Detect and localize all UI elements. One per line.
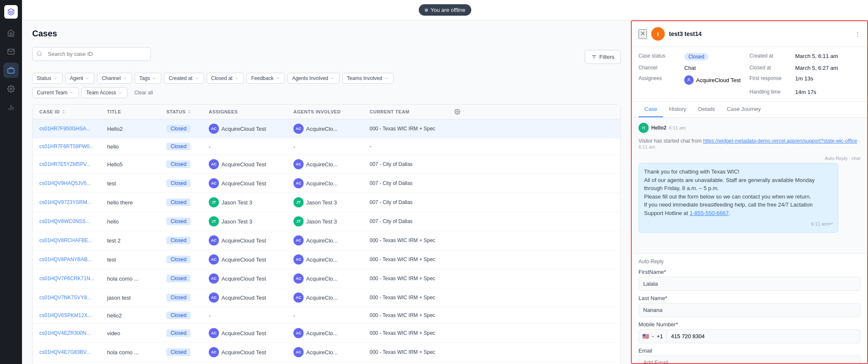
phone-link[interactable]: 1-855-550-6667 <box>690 210 729 216</box>
svg-point-13 <box>688 78 690 80</box>
phone-flag[interactable]: 🇺🇸 +1 <box>639 330 667 343</box>
email-group: Email <box>639 347 860 363</box>
cell-case-id: cs01HR7F6RT59PW0... <box>39 143 107 149</box>
cell-team: 000 - Texas WIC IRM + Spec <box>370 276 454 281</box>
table-row[interactable]: cs01HR7E5YZM5PV... Hello5 Closed ACAcqui… <box>33 155 620 174</box>
cell-status: Closed <box>166 160 209 168</box>
cell-status: Closed <box>166 179 209 187</box>
search-input[interactable] <box>32 47 151 61</box>
table-row[interactable]: cs01HQV9723YSRM... hello there Closed JT… <box>33 193 620 212</box>
tab-details[interactable]: Details <box>692 102 721 117</box>
filter-row-1: Status Agent Channel Tags Created at <box>32 73 621 84</box>
detail-tabs: Case History Details Case Journey <box>632 102 867 118</box>
current-team-filter[interactable]: Current Team <box>32 87 79 98</box>
detail-avatar: t <box>651 27 665 41</box>
inbox-icon[interactable] <box>3 44 19 59</box>
created-at-filter[interactable]: Created at <box>164 73 204 84</box>
auto-reply-bubble: Thank you for chatting with Texas WIC! A… <box>639 163 838 233</box>
table-row[interactable]: cs01HQV8WC0NSS... hello Closed JTJason T… <box>33 212 620 231</box>
detail-more-button[interactable]: ⋮ <box>855 31 860 37</box>
meta-grid: Case status Closed Created at March 5, 6… <box>632 47 867 102</box>
closed-at-filter[interactable]: Closed at <box>207 73 244 84</box>
cell-case-id: cs01HQV9723YSRM... <box>39 199 107 205</box>
team-access-filter[interactable]: Team Access <box>81 87 127 98</box>
table-row[interactable]: cs01HQV7P6CRK71N... hola como ... Closed… <box>33 269 620 288</box>
status-filter[interactable]: Status <box>32 73 63 84</box>
table-header: CASE ID TITLE STATUS ASSIGNEES AGENTS IN… <box>33 105 620 119</box>
table-row[interactable]: cs01HQV4DHVCR4... hola como ... Unassign… <box>33 362 620 364</box>
first-name-label: FirstName* <box>639 269 860 275</box>
last-name-input[interactable] <box>639 303 860 317</box>
created-at-label: Created at <box>749 53 792 59</box>
visitor-link[interactable]: https://widget-metadata-demo.vercel.app/… <box>703 138 857 144</box>
cell-case-id: cs01HR7E5YZM5PV... <box>39 161 107 167</box>
filters-button[interactable]: Filters <box>585 50 621 64</box>
assignee-avatar <box>684 75 694 85</box>
phone-input-wrapper: 🇺🇸 +1 <box>639 329 860 343</box>
cell-assignee: ACAcquireCloud Test <box>209 124 293 134</box>
table-row[interactable]: cs01HQV4E7G83BV... hola como ... Closed … <box>33 343 620 362</box>
cell-status: Closed <box>166 125 209 132</box>
cell-title: Hello5 <box>107 161 166 168</box>
cell-agent: ACAcquireClo... <box>293 292 370 303</box>
first-name-input[interactable] <box>639 277 860 291</box>
cell-assignee: ACAcquireCloud Test <box>209 292 293 303</box>
cell-assignee: - <box>209 143 293 150</box>
cell-assignee: ACAcquireCloud Test <box>209 254 293 265</box>
home-icon[interactable] <box>3 25 19 41</box>
table-body: cs01HR7F950GHSA... Hello2 Closed ACAcqui… <box>33 119 620 364</box>
agent-filter[interactable]: Agent <box>65 73 94 84</box>
cell-team: 000 - Texas WIC IRM + Spec <box>370 349 454 355</box>
table-row[interactable]: cs01HQV9HAQ5JV6... test Closed ACAcquire… <box>33 174 620 193</box>
assignees-row: Assignees AcquireCloud Test <box>639 75 749 85</box>
feedback-filter[interactable]: Feedback <box>246 73 285 84</box>
table-row[interactable]: cs01HQV8RCHAFBE... test 2 Closed ACAcqui… <box>33 231 620 250</box>
created-at-value: March 5, 6:11 am <box>795 53 838 59</box>
cell-title: hello <box>107 218 166 225</box>
cell-team: 000 - Texas WIC IRM + Spec <box>370 312 454 318</box>
cell-case-id: cs01HQV9HAQ5JV6... <box>39 180 107 186</box>
table-row[interactable]: cs01HQV6SPKM12X... hello2 Closed - - 000… <box>33 307 620 324</box>
email-input[interactable] <box>639 356 860 363</box>
cell-team: 007 - City of Dallas <box>370 218 454 224</box>
offline-text: You are offline <box>431 7 465 13</box>
cell-title: Hello2 <box>107 126 166 132</box>
analytics-icon[interactable] <box>3 100 19 115</box>
settings-icon[interactable] <box>3 81 19 97</box>
chat-visitor-message: Visitor has started chat from https://wi… <box>639 138 860 150</box>
email-label: Email <box>639 347 860 354</box>
auto-reply-label: Auto-Reply · chat <box>825 156 860 161</box>
visitor-link-time: 6:11 am <box>639 144 655 149</box>
channel-filter[interactable]: Channel <box>97 73 132 84</box>
tags-filter[interactable]: Tags <box>135 73 161 84</box>
assignee-name: AcquireCloud Test <box>696 77 741 83</box>
filters-label: Filters <box>600 54 614 60</box>
table-row[interactable]: cs01HQV4EZR300N... video Closed ACAcquir… <box>33 324 620 343</box>
agents-involved-filter[interactable]: Agents Involved <box>287 73 340 84</box>
table-row[interactable]: cs01HQV7NK7SVY8... jason test Closed ACA… <box>33 288 620 307</box>
cell-title: test <box>107 256 166 263</box>
channel-label: Channel <box>639 65 681 71</box>
tab-history[interactable]: History <box>663 102 692 117</box>
table-row[interactable]: cs01HR7F950GHSA... Hello2 Closed ACAcqui… <box>33 119 620 138</box>
tab-case-journey[interactable]: Case Journey <box>721 102 767 117</box>
col-team: CURRENT TEAM <box>370 109 454 115</box>
cell-agent: JTJason Test 3 <box>293 197 370 207</box>
table-row[interactable]: cs01HR7F6RT59PW0... hello Closed - - - <box>33 138 620 155</box>
chat-sender-avatar: H <box>639 123 649 133</box>
cell-agent: - <box>293 143 370 150</box>
table-row[interactable]: cs01HQV8PANYBAB... test Closed ACAcquire… <box>33 250 620 269</box>
clear-all-button[interactable]: Clear all <box>130 87 157 98</box>
tab-case[interactable]: Case <box>639 102 663 117</box>
cell-agent: ACAcquireClo... <box>293 273 370 284</box>
filter-row-2: Current Team Team Access Clear all <box>32 87 621 98</box>
bubble-text: Thank you for chatting with Texas WIC! A… <box>644 168 833 217</box>
cell-status: Closed <box>166 294 209 301</box>
detail-close-button[interactable] <box>639 29 647 39</box>
teams-involved-filter[interactable]: Teams Involved <box>342 73 393 84</box>
phone-number-input[interactable] <box>667 330 860 343</box>
reply-icon[interactable]: ↩ <box>828 220 833 228</box>
cell-assignee: JTJason Test 3 <box>209 197 293 207</box>
cases-icon[interactable] <box>3 63 19 78</box>
cell-team: 000 - Texas WIC IRM + Spec <box>370 126 454 132</box>
